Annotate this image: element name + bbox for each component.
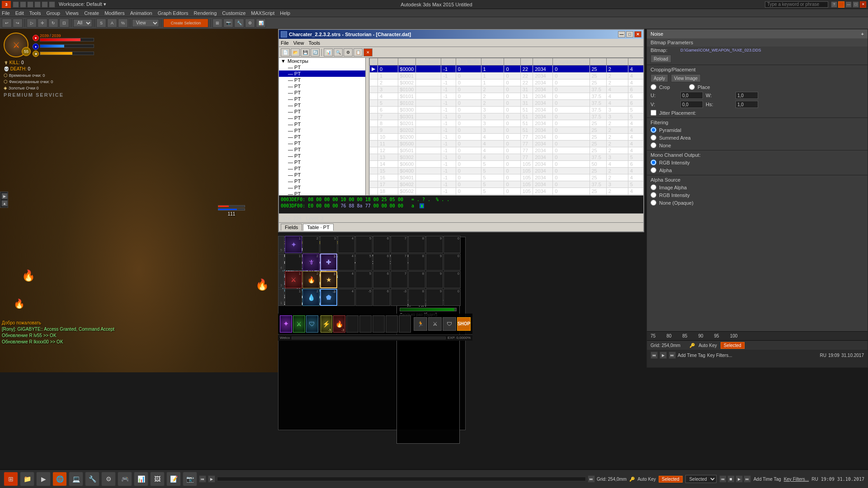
- table-row[interactable]: 10 $0200 -1 0 4 0 77 2034 0 25 2 4 40 0 …: [370, 134, 644, 141]
- snap-toggle[interactable]: S: [96, 19, 106, 28]
- timeline-track[interactable]: [217, 477, 586, 481]
- skill-slot-3-1[interactable]: ⚔ 1: [285, 271, 302, 288]
- reload-btn[interactable]: Reload: [651, 55, 671, 63]
- menu-customize[interactable]: Customize: [222, 10, 245, 16]
- taskbar-app8[interactable]: 📷: [183, 472, 197, 486]
- rgb-intensity-radio[interactable]: [651, 160, 656, 165]
- move-btn[interactable]: ✛: [38, 19, 47, 28]
- col-header-race[interactable]: Раса: [441, 58, 456, 66]
- col-header-index[interactable]: Индекс: [378, 58, 398, 66]
- menu-group[interactable]: Group: [46, 10, 60, 16]
- skill-slot-5-10[interactable]: 0: [443, 236, 461, 253]
- struct-tb-refresh[interactable]: 🔄: [311, 48, 320, 56]
- col-header-altex[interactable]: AltExi: [590, 58, 606, 66]
- redo-btn[interactable]: ↪: [13, 19, 23, 28]
- struct-tb-icon4[interactable]: 📋: [354, 48, 363, 56]
- taskbar-app6[interactable]: 🖼: [150, 472, 165, 486]
- v-input[interactable]: [680, 101, 703, 108]
- skill-slot-3-8[interactable]: 8: [408, 271, 425, 288]
- skill-slot-3-5[interactable]: 5: [355, 271, 373, 288]
- struct-tb-icon2[interactable]: 🔍: [334, 48, 343, 56]
- menu-tools[interactable]: Tools: [29, 10, 41, 16]
- alpha-radio[interactable]: [651, 167, 656, 173]
- action-slot-1[interactable]: ✦: [280, 315, 292, 333]
- anim-next-btn[interactable]: ⏭: [744, 475, 751, 483]
- view-image-btn[interactable]: View Image: [671, 74, 701, 82]
- key-filters[interactable]: Key Filters...: [707, 353, 732, 358]
- rotate-btn[interactable]: ↻: [48, 19, 58, 28]
- noise-expand-icon[interactable]: +: [861, 31, 864, 37]
- skill-slot-4-8[interactable]: 8: [408, 253, 425, 271]
- col-header-type[interactable]: Тип Моба: [456, 58, 481, 66]
- u-input[interactable]: [680, 92, 703, 99]
- tree-item-15[interactable]: — PT: [279, 159, 369, 165]
- tb-icon4[interactable]: ⚙: [245, 19, 255, 28]
- skill-slot-3-9[interactable]: 9: [426, 271, 443, 288]
- keyword-search[interactable]: [765, 1, 828, 8]
- menu-help[interactable]: Help: [280, 10, 290, 16]
- menu-file[interactable]: File: [2, 10, 10, 16]
- place-radio[interactable]: [689, 84, 695, 90]
- skill-slot-m-5[interactable]: -5: [355, 289, 373, 306]
- viewport-dropdown[interactable]: View: [132, 19, 159, 27]
- skill-slot-3-6[interactable]: 6: [373, 271, 390, 288]
- tree-item-12[interactable]: — PT: [279, 140, 369, 146]
- key-filters-btn[interactable]: Key Filters...: [784, 477, 809, 482]
- menu-maxscript[interactable]: MAXScript: [251, 10, 274, 16]
- rgb-intensity2-radio[interactable]: [651, 192, 656, 198]
- table-row[interactable]: 4 $0101 -1 0 2 0 31 2034 0 37.5 4 6 60 0…: [370, 93, 644, 100]
- skill-slot-m-9[interactable]: 9: [426, 289, 443, 306]
- skill-slot-m-4[interactable]: 4: [338, 289, 355, 306]
- table-row[interactable]: ▶ 0 $0000 -1 0 1 0 22 2034 0 25 2 4 40 0…: [370, 66, 644, 73]
- key-mode-dropdown[interactable]: Selected: [685, 475, 717, 483]
- col-header-warmov[interactable]: WarMovSpd: [628, 58, 643, 66]
- skill-slot-5-8[interactable]: 8: [408, 236, 425, 253]
- skill-slot-4-10[interactable]: 0: [443, 253, 461, 271]
- taskbar-app2[interactable]: 🔧: [85, 472, 99, 486]
- skill-slot-4-5[interactable]: 5: [355, 253, 373, 271]
- anim-prev-btn[interactable]: ⏮: [719, 475, 726, 483]
- skill-slot-3-7[interactable]: 7: [391, 271, 408, 288]
- menu-create[interactable]: Create: [84, 10, 99, 16]
- anim-stop-btn[interactable]: ⏹: [727, 475, 735, 483]
- skill-slot-m-1[interactable]: 1: [285, 289, 302, 306]
- table-row[interactable]: 6 $0300 -1 0 3 0 51 2034 0 37.5 3 5 60 0…: [370, 107, 644, 113]
- tree-item-20[interactable]: — PT: [279, 191, 369, 195]
- table-row[interactable]: 1 $0001 -1 0 1 0 22 2034 0 25 2 4 40 0 1: [370, 73, 644, 80]
- col-header-col8[interactable]: -5_u32-: [533, 58, 553, 66]
- play-btn[interactable]: ▶: [660, 352, 667, 359]
- skill-slot-3-10[interactable]: 0: [443, 271, 461, 288]
- table-row[interactable]: 12 $0501 -1 0 4 0 77 2034 0 25 2 4 40 0 …: [370, 147, 644, 154]
- tab-table-pt[interactable]: Table · PT: [303, 224, 334, 231]
- table-row[interactable]: 7 $0301 -1 0 3 0 51 2034 0 37.5 3 5 60 0…: [370, 113, 644, 120]
- menu-view-struct[interactable]: View: [293, 40, 304, 46]
- table-row[interactable]: 15 $0400 -1 0 5 0 105 2034 0 25 2 4 40 0…: [370, 168, 644, 174]
- undo-btn[interactable]: ↩: [2, 19, 12, 28]
- tree-item-19[interactable]: — PT: [279, 184, 369, 191]
- skill-slot-5-9[interactable]: 9: [426, 236, 443, 253]
- taskbar-browser[interactable]: 🌐: [52, 472, 67, 486]
- selected-label[interactable]: Selected: [659, 476, 683, 483]
- table-row[interactable]: 5 $0102 -1 0 2 0 31 2034 0 37.5 4 6 60 0…: [370, 100, 644, 107]
- skill-slot-m-7[interactable]: -3: [391, 289, 408, 306]
- skill-slot-m-6[interactable]: 6: [373, 289, 390, 306]
- table-row[interactable]: 2 $0002 -1 0 1 0 22 2034 0 25 2 4 40 0 1: [370, 80, 644, 86]
- menu-modifiers[interactable]: Modifiers: [104, 10, 125, 16]
- tree-item-1[interactable]: — PT: [279, 70, 369, 77]
- skill-slot-5-6[interactable]: 6: [373, 236, 390, 253]
- table-row[interactable]: 3 $0100 -1 0 2 0 31 2034 0 37.5 4 6 60 0…: [370, 86, 644, 93]
- render-setup[interactable]: Create Selection: [163, 19, 208, 28]
- table-row[interactable]: 8 $0201 -1 0 3 0 51 2034 0 25 2 4 40 0 1: [370, 120, 644, 127]
- skill-slot-3-4[interactable]: 4: [338, 271, 355, 288]
- apply-btn[interactable]: Apply: [651, 74, 668, 82]
- tree-item-9[interactable]: — PT: [279, 121, 369, 127]
- crop-radio[interactable]: [651, 84, 656, 90]
- skill-slot-5-7[interactable]: 7: [391, 236, 408, 253]
- skill-slot-5-1[interactable]: ✦ 1: [285, 236, 302, 253]
- skill-slot-5-3[interactable]: 3: [320, 236, 337, 253]
- table-row[interactable]: 13 $0302 -1 0 4 0 77 2034 0 37.5 3 5 60 …: [370, 154, 644, 161]
- action-slot-10[interactable]: [399, 315, 411, 333]
- skill-slot-4-3[interactable]: ✚ 3: [320, 253, 337, 271]
- skill-slot-4-4[interactable]: 4: [338, 253, 355, 271]
- struct-tb-icon3[interactable]: ⚙: [344, 48, 353, 56]
